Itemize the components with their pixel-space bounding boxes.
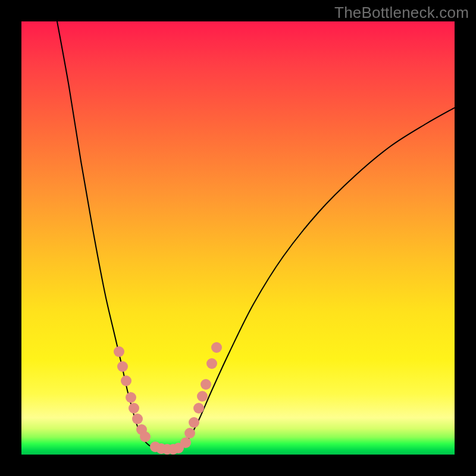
highlight-dot [117, 361, 128, 372]
right-curve-path [182, 108, 455, 447]
highlight-dot [193, 403, 204, 414]
highlight-dot [197, 391, 208, 402]
plot-area [21, 21, 455, 455]
highlight-dot [126, 392, 136, 403]
highlight-dot [189, 417, 199, 428]
left-curve-path [57, 21, 153, 447]
highlight-dot [201, 379, 211, 390]
curve-layer [21, 21, 455, 455]
highlight-dot [180, 437, 191, 448]
highlight-dot [140, 431, 151, 442]
watermark-text: TheBottleneck.com [334, 4, 469, 22]
highlight-dot [211, 342, 222, 353]
highlight-dot [114, 346, 124, 357]
highlight-dot [184, 428, 195, 439]
chart-frame: TheBottleneck.com [0, 0, 476, 476]
highlight-dot [121, 375, 131, 386]
highlight-dot [132, 414, 143, 424]
highlight-dot [129, 403, 139, 414]
highlight-dots-group [114, 342, 222, 455]
highlight-dot [206, 358, 217, 369]
